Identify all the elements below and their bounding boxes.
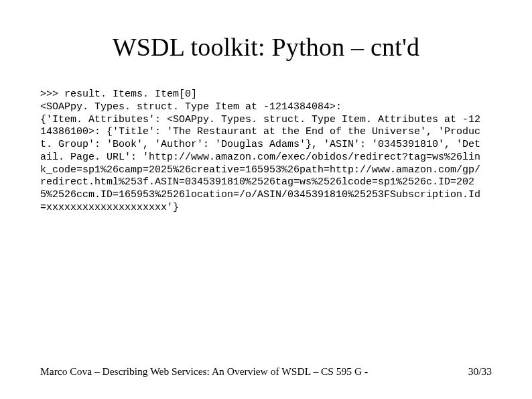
footer: Marco Cova – Describing Web Services: An… xyxy=(40,365,492,378)
slide: WSDL toolkit: Python – cnt'd >>> result.… xyxy=(0,0,532,399)
slide-title: WSDL toolkit: Python – cnt'd xyxy=(0,0,532,89)
footer-page-number: 30/33 xyxy=(468,365,492,378)
footer-left: Marco Cova – Describing Web Services: An… xyxy=(40,365,368,378)
code-block: >>> result. Items. Item[0] <SOAPpy. Type… xyxy=(0,89,532,215)
